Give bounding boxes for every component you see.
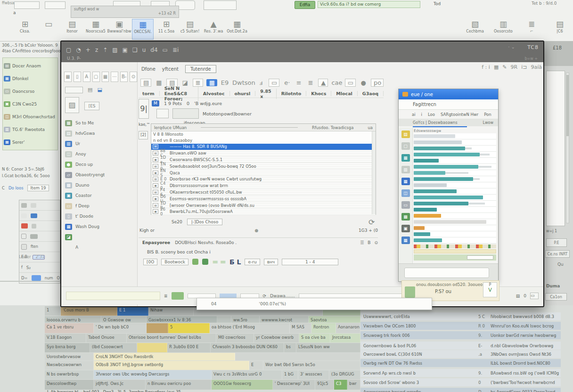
ribbon-button[interactable]: ▤ Itenor	[61, 19, 83, 40]
paste-rail-icon[interactable]: 9|	[139, 99, 149, 119]
quick-icon[interactable]: A	[83, 72, 90, 82]
table-row[interactable]: Uorostwbrvwsow CroLN 3NGHT Oou Rwosbrdk	[45, 353, 360, 360]
task-row[interactable]: Snuwowg trk foork 006 9. Uonkor bwrGd rw…	[360, 331, 561, 339]
status-refresh-icon[interactable]: ⟳	[263, 294, 267, 298]
note-check-box[interactable]: P V	[483, 282, 497, 297]
table-cell[interactable]: 1 bG	[282, 370, 298, 379]
lang-box[interactable]: внч	[264, 259, 278, 265]
ribbon-button[interactable]: ▦ Noorscsa5	[85, 19, 106, 40]
ribbon-button[interactable]: ▲ Res. 3'.wa	[203, 19, 224, 40]
ribbon-button[interactable]: ≣ ⌐	[521, 19, 542, 40]
list-scrollbar[interactable]	[372, 131, 376, 214]
table-row[interactable]: Dwscolowdtwp jdJftrtJ. Ows.Jc n Binuwu o…	[45, 380, 360, 390]
bold-toggle-icon[interactable]	[192, 259, 198, 265]
task-bar-row[interactable]	[414, 188, 496, 195]
green-strip-field[interactable]	[467, 255, 493, 260]
table-row[interactable]: looooa.orvwrru b O Gswsow ow Gaswbsxxxx1…	[45, 316, 360, 323]
refresh-icon[interactable]: C	[2, 186, 5, 190]
utility-icon[interactable]: 9aíă	[531, 64, 542, 74]
titlebar-icon[interactable]: z	[95, 47, 98, 53]
table-cell[interactable]: Nwswbcswowrwn	[45, 361, 94, 370]
font-toolbar-label[interactable]: Mlocal	[336, 91, 358, 96]
status-menu-icon[interactable]: ≣	[164, 294, 168, 298]
subwindow-titlebar[interactable]: eue / one	[399, 89, 498, 99]
titlebar-icon[interactable]: ▨	[112, 47, 117, 53]
table-cell[interactable]: Rontron	[311, 323, 336, 333]
titlebar-icon[interactable]: ▢	[66, 47, 71, 53]
ribbon-button[interactable]: ▦ Oot.Dot.2a	[226, 19, 248, 40]
subwindow-tool[interactable]: Loo	[428, 112, 435, 117]
table-cell[interactable]: wwwww.kwcrot	[260, 316, 309, 323]
ribbon-button[interactable]: ▤ |C6	[549, 19, 571, 40]
sidebar-item[interactable]: ▥ Ur	[61, 139, 137, 149]
font-toolbar-label[interactable]: torm	[142, 91, 160, 96]
utility-icon[interactable]: f : i	[482, 64, 490, 74]
toolbar-icon[interactable]: cae	[331, 79, 341, 86]
task-row[interactable]: Owrcowwd bowL C(30d 610N .a 3NbOws ovrnJ…	[360, 350, 561, 358]
table-cell[interactable]: 3fvwsor ows Ubc wowvbg Dwrcasrgs	[94, 370, 212, 379]
ribbon-green-button[interactable]: Edfia	[295, 1, 315, 9]
sidebar-item[interactable]: ▤ hdvGswa	[61, 128, 137, 139]
task-bar-row[interactable]	[414, 182, 496, 188]
ribbon-button[interactable]: ▭	[38, 19, 59, 40]
table-cell[interactable]: Syo bxna borg	[45, 343, 90, 352]
message-row[interactable]: ▣ EN S Qaca	[151, 170, 376, 176]
subwindow-tool[interactable]: ai	[412, 112, 416, 117]
toolbar-icon[interactable]: ▦	[206, 79, 217, 86]
table-cell[interactable]: 91Jc5	[315, 380, 334, 390]
sidebar-item[interactable]: ▦ Wash Doug	[61, 221, 137, 232]
table-cell[interactable]: Uorostwbrvwsow	[45, 353, 94, 360]
table-cell[interactable]	[235, 353, 360, 360]
folder-menu-item[interactable]: ▤ Docer Anaom	[4, 59, 57, 72]
table-cell[interactable]: O Gswsow ow	[101, 316, 147, 323]
titlebar-icon[interactable]: ◔	[76, 47, 81, 53]
folder-menu-item[interactable]: ◫ M3rl Ofoonwchsrtad	[4, 110, 57, 123]
table-row[interactable]: Syo bxna borg (Ibd Csoowcwrt R 3ub0o E00…	[45, 343, 360, 352]
tab-right[interactable]: Lwow	[483, 121, 493, 125]
font-toolbar-label[interactable]: Rilotnto	[281, 91, 307, 96]
task-row[interactable]: Vwswbwn Ow OCom 1800 R 0 Wnnrul'on Koo.e…	[360, 322, 561, 330]
titlebar-icon[interactable]: u	[142, 47, 146, 53]
table-cell[interactable]: Cfvwsoln 3 bvboosbo DUN OK60	[211, 343, 284, 352]
toolbar-icon[interactable]: ●	[359, 79, 368, 86]
sidebar-item[interactable]: ◪	[61, 232, 137, 242]
table-cell[interactable]: bs	[284, 343, 296, 352]
task-bar-row[interactable]	[414, 133, 496, 139]
pe-box[interactable]: P.E	[546, 238, 567, 247]
list-plain-row[interactable]: n ed vn 8 casaoboy	[151, 138, 376, 144]
ribbon-button[interactable]: ▤ c5 Sultan!	[179, 19, 201, 40]
titlebar-icon[interactable]: ⇡	[103, 47, 107, 53]
folder-menu-item[interactable]: ▦ Dfonkel	[4, 72, 57, 85]
refresh-icon[interactable]: ⟳	[368, 218, 375, 227]
utility-icon[interactable]: ▦	[494, 64, 499, 74]
strip-icon[interactable]: ▦	[401, 178, 410, 185]
table-cell[interactable]: Nihaw	[148, 306, 194, 316]
table-cell[interactable]: Wor bwt 0bd Swrsn bc5o	[263, 361, 360, 370]
status-field[interactable]	[66, 292, 160, 300]
document-pen-icon[interactable]: ▨	[65, 97, 79, 113]
task-row[interactable]: Uswwwwwwrt, colrElda 5 C lVoobiwcst bwwv…	[360, 312, 561, 320]
table-cell[interactable]: yr Coowbow owsrb	[254, 334, 299, 343]
utility-icon[interactable]: 9R	[511, 64, 518, 74]
toolbar-icon[interactable]: Dwtson	[232, 79, 254, 86]
ribbon-widget-icon[interactable]	[45, 1, 65, 9]
folder-menu-item[interactable]: ▣ C3N Cwo25	[4, 98, 57, 110]
es-box[interactable]: [ES	[84, 102, 99, 110]
grid-icon[interactable]	[21, 203, 27, 208]
caron-box[interactable]: Ca1on	[545, 293, 567, 301]
strip-icon[interactable]: ▤	[401, 131, 410, 138]
ribbon-button[interactable]: ▥ Oesorcsto	[492, 19, 514, 40]
toolbar-icon[interactable]: ▦	[155, 79, 163, 86]
table-row[interactable]: Nwswbcswowrwn O0bs8 3NOT IrhJJ.bgrsw swt…	[45, 361, 360, 370]
toolbar-icon[interactable]: ▤	[166, 79, 177, 87]
status-field-small[interactable]	[188, 294, 216, 298]
toolbar-icon[interactable]: E9	[221, 79, 229, 86]
table-cell[interactable]: C3	[334, 380, 347, 390]
sidebar-item[interactable]: A	[61, 242, 137, 253]
table-cell[interactable]: S oa cive ba	[299, 334, 330, 343]
table-icon[interactable]	[31, 213, 37, 218]
titlebar-icon[interactable]: ▣	[123, 47, 128, 53]
footer-field[interactable]	[404, 268, 489, 278]
item-count-box[interactable]: Item 19	[27, 185, 49, 191]
table-cell[interactable]: oa bhtsoe ('Erd Misog	[210, 323, 290, 333]
